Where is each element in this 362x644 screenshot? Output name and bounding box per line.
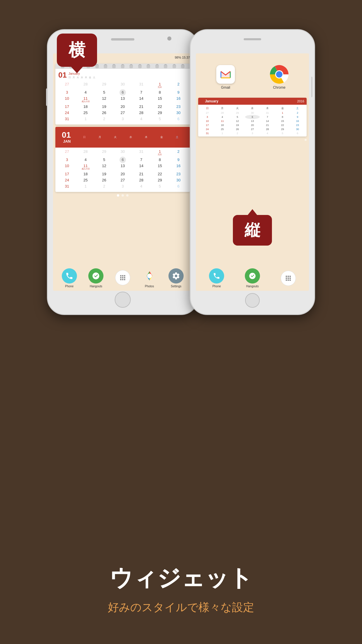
bottom-subtitle: 好みのスタイルで様々な設定 (0, 600, 362, 615)
photos-label: Photos (145, 285, 154, 288)
phone-speaker (111, 38, 134, 41)
cal-jan-header: 01 JAN 日 月 火 水 木 金 土 (55, 127, 190, 148)
left-phone-screen: 98% 15:37 01 January (53, 53, 192, 291)
gmail-label: Gmail (221, 85, 230, 90)
phone-volume-button (46, 88, 48, 106)
right-phone-icon (209, 268, 224, 284)
chrome-app[interactable]: Chrome (270, 65, 289, 90)
svg-point-0 (147, 274, 152, 278)
bottom-title: ウィジェット (0, 563, 362, 594)
phones-container: 98% 15:37 01 January (0, 29, 362, 315)
dock-phone[interactable]: Phone (62, 268, 77, 288)
phone-icon (62, 268, 77, 284)
dock-settings[interactable]: Settings (168, 268, 184, 288)
tooltip-tate-container: 縦 (233, 215, 272, 246)
phone-camera (167, 36, 171, 41)
dock-apps[interactable] (115, 270, 130, 286)
bottom-section: ウィジェット 好みのスタイルで様々な設定 (0, 563, 362, 615)
photos-icon (142, 268, 157, 284)
right-dock-apps-partial[interactable] (281, 271, 296, 286)
right-phone-home[interactable] (245, 293, 260, 308)
right-phone-speaker (244, 38, 261, 40)
right-dock-phone[interactable]: Phone (209, 268, 224, 288)
hangouts-icon (88, 268, 103, 284)
right-hangouts-icon (245, 268, 260, 284)
tooltip-tate-bubble: 縦 (233, 215, 272, 246)
right-dots (196, 139, 309, 141)
calendar-widget-bottom[interactable]: 01 JAN 日 月 火 水 木 金 土 27 (55, 127, 190, 192)
small-cal-grid: 日 月 火 水 木 金 土 27 28 29 30 31 (198, 105, 307, 136)
right-dock: Phone Hangouts (196, 268, 309, 288)
right-phone-label: Phone (212, 285, 221, 288)
page-indicator (53, 194, 192, 197)
tate-arrow (248, 209, 257, 215)
gmail-app[interactable]: Gmail (216, 65, 235, 90)
dock-photos[interactable]: Photos (142, 268, 157, 288)
cal-grid-bottom: 27 28 29 30 31 1元日 2 3 4 5 6 7 8 (55, 148, 190, 192)
right-apps-icon (281, 271, 296, 286)
status-text: 98% 15:37 (175, 56, 190, 59)
small-calendar[interactable]: 01 January 2016 日 月 火 水 木 金 土 (198, 98, 307, 136)
hangouts-label: Hangouts (90, 285, 102, 288)
right-dock-hangouts[interactable]: Hangouts (245, 268, 260, 288)
apps-icon (115, 270, 130, 285)
tooltip-yoko: 横 (57, 34, 97, 67)
right-hangouts-label: Hangouts (246, 285, 259, 288)
dot-3 (126, 194, 129, 197)
phone-home-button[interactable] (115, 292, 131, 308)
dot-2 (122, 194, 124, 197)
settings-label: Settings (171, 285, 181, 288)
cal-grid-top: 27 28 29 30 31 1元日 2 3 4 5 6 7 8 (55, 80, 190, 125)
chrome-icon (270, 65, 289, 84)
phone-label: Phone (65, 285, 73, 288)
settings-icon (168, 268, 184, 284)
right-phone: Gmail (190, 29, 315, 315)
app-icons-row: Gmail (196, 59, 309, 95)
gmail-icon (216, 65, 235, 84)
chrome-label: Chrome (273, 85, 286, 90)
app-dock: Phone Hangouts (53, 268, 192, 288)
left-phone: 98% 15:37 01 January (47, 29, 198, 315)
small-cal-header: 01 January 2016 (198, 98, 307, 105)
svg-point-4 (276, 71, 282, 78)
right-phone-screen: Gmail (196, 53, 309, 291)
dot-1 (117, 194, 119, 197)
dock-hangouts[interactable]: Hangouts (88, 268, 103, 288)
right-phone-power (311, 77, 312, 97)
